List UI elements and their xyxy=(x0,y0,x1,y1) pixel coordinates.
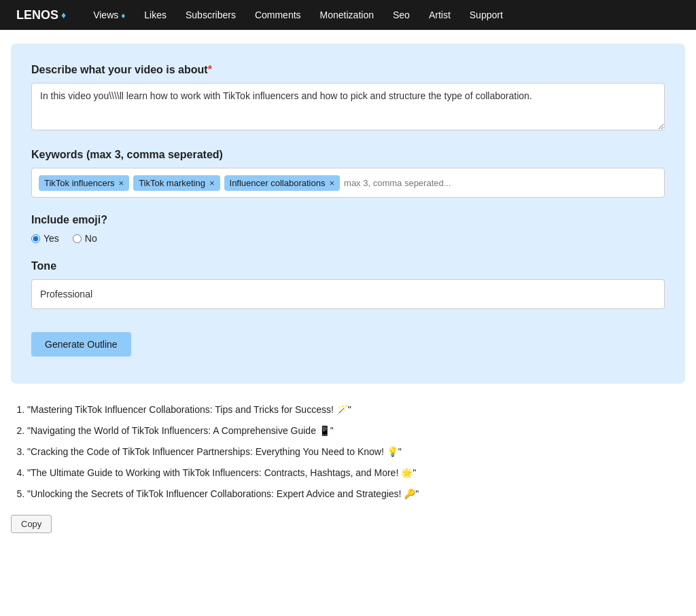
emoji-yes-radio[interactable] xyxy=(31,234,40,243)
tag-label: Influencer collaborations xyxy=(230,178,326,188)
results-list: "Mastering TikTok Influencer Collaborati… xyxy=(11,403,685,501)
main-content: Describe what your video is about* Keywo… xyxy=(0,30,696,547)
video-description-input[interactable] xyxy=(31,83,665,130)
navbar: LENOS♦ Views ♦ Likes Subscribers Comment… xyxy=(0,0,696,30)
video-description-field: Describe what your video is about* xyxy=(31,64,665,132)
video-description-label: Describe what your video is about* xyxy=(31,64,665,76)
views-diamond-icon: ♦ xyxy=(121,11,125,20)
form-panel: Describe what your video is about* Keywo… xyxy=(11,43,685,384)
nav-item-support[interactable]: Support xyxy=(470,10,503,20)
list-item: "Mastering TikTok Influencer Collaborati… xyxy=(27,403,685,417)
nav-item-views[interactable]: Views ♦ xyxy=(93,10,125,20)
nav-link-comments[interactable]: Comments xyxy=(255,10,301,20)
nav-item-artist[interactable]: Artist xyxy=(429,10,451,20)
emoji-label: Include emoji? xyxy=(31,214,665,226)
emoji-field: Include emoji? Yes No xyxy=(31,214,665,244)
tag-remove-tiktok-influencers[interactable]: × xyxy=(119,179,124,187)
emoji-yes-label[interactable]: Yes xyxy=(31,233,59,244)
tag-tiktok-marketing: TikTok marketing × xyxy=(133,175,220,191)
nav-link-views[interactable]: Views ♦ xyxy=(93,10,125,20)
nav-link-likes[interactable]: Likes xyxy=(144,10,167,20)
required-star: * xyxy=(208,64,212,75)
emoji-no-label[interactable]: No xyxy=(73,233,97,244)
list-item: "The Ultimate Guide to Working with TikT… xyxy=(27,466,685,480)
nav-link-monetization[interactable]: Monetization xyxy=(320,10,374,20)
logo: LENOS♦ xyxy=(16,8,66,22)
tone-label: Tone xyxy=(31,260,665,272)
tag-label: TikTok marketing xyxy=(139,178,205,188)
nav-item-monetization[interactable]: Monetization xyxy=(320,10,374,20)
emoji-no-radio[interactable] xyxy=(73,234,82,243)
nav-item-likes[interactable]: Likes xyxy=(144,10,167,20)
emoji-yes-text: Yes xyxy=(44,233,59,244)
nav-item-subscribers[interactable]: Subscribers xyxy=(186,10,236,20)
tag-influencer-collaborations: Influencer collaborations × xyxy=(224,175,341,191)
list-item: "Navigating the World of TikTok Influenc… xyxy=(27,424,685,438)
tone-input[interactable] xyxy=(31,279,665,309)
tag-label: TikTok influencers xyxy=(44,178,115,188)
nav-link-seo[interactable]: Seo xyxy=(393,10,410,20)
emoji-no-text: No xyxy=(85,233,97,244)
emoji-radio-group: Yes No xyxy=(31,233,665,244)
nav-link-support[interactable]: Support xyxy=(470,10,503,20)
logo-text: LENOS xyxy=(16,8,58,22)
keywords-row[interactable]: TikTok influencers × TikTok marketing × … xyxy=(31,168,665,198)
tag-remove-tiktok-marketing[interactable]: × xyxy=(209,179,215,187)
keywords-label: Keywords (max 3, comma seperated) xyxy=(31,149,665,161)
nav-link-artist[interactable]: Artist xyxy=(429,10,451,20)
list-item: "Cracking the Code of TikTok Influencer … xyxy=(27,445,685,459)
keywords-input[interactable] xyxy=(344,178,657,188)
copy-button[interactable]: Copy xyxy=(11,515,52,533)
list-item: "Unlocking the Secrets of TikTok Influen… xyxy=(27,487,685,501)
nav-link-subscribers[interactable]: Subscribers xyxy=(186,10,236,20)
generate-outline-button[interactable]: Generate Outline xyxy=(31,332,131,357)
nav-item-seo[interactable]: Seo xyxy=(393,10,410,20)
tag-tiktok-influencers: TikTok influencers × xyxy=(39,175,129,191)
keywords-field: Keywords (max 3, comma seperated) TikTok… xyxy=(31,149,665,198)
tone-field: Tone xyxy=(31,260,665,309)
nav-item-comments[interactable]: Comments xyxy=(255,10,301,20)
tag-remove-influencer-collaborations[interactable]: × xyxy=(329,179,334,187)
nav-links: Views ♦ Likes Subscribers Comments Monet… xyxy=(93,10,503,20)
logo-diamond: ♦ xyxy=(61,10,66,20)
